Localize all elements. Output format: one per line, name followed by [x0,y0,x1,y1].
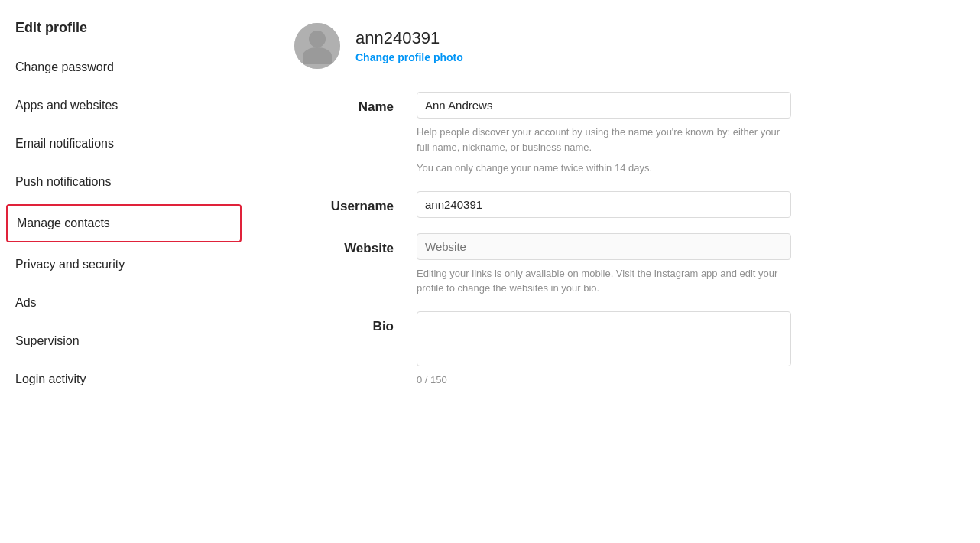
bio-label: Bio [294,311,417,334]
name-field-wrapper: Help people discover your account by usi… [417,92,791,176]
sidebar: Edit profile Change password Apps and we… [0,0,248,543]
name-help-text-2: You can only change your name twice with… [417,161,791,176]
website-input[interactable] [417,233,791,260]
profile-header: ann240391 Change profile photo [294,23,934,69]
sidebar-item-edit-profile[interactable]: Edit profile [0,8,248,48]
sidebar-item-ads[interactable]: Ads [0,284,248,322]
bio-field-wrapper: 0 / 150 [417,311,791,385]
sidebar-item-label: Privacy and security [15,258,125,272]
name-input[interactable] [417,92,791,119]
profile-username: ann240391 [355,28,463,48]
sidebar-item-supervision[interactable]: Supervision [0,322,248,360]
avatar-image [294,23,340,69]
main-content: ann240391 Change profile photo Name Help… [248,0,980,543]
avatar [294,23,340,69]
sidebar-item-label: Ads [15,296,37,310]
website-label: Website [294,233,417,256]
sidebar-item-label: Email notifications [15,137,114,151]
sidebar-item-change-password[interactable]: Change password [0,48,248,86]
sidebar-item-label: Manage contacts [17,216,110,230]
sidebar-item-label: Change password [15,60,114,74]
profile-info: ann240391 Change profile photo [355,28,463,63]
sidebar-item-manage-contacts[interactable]: Manage contacts [6,204,242,242]
change-photo-link[interactable]: Change profile photo [355,51,463,63]
sidebar-item-label: Login activity [15,372,86,386]
website-help-text: Editing your links is only available on … [417,266,791,296]
name-help-text-1: Help people discover your account by usi… [417,125,791,154]
username-input[interactable] [417,191,791,218]
sidebar-item-email-notifications[interactable]: Email notifications [0,125,248,163]
name-label: Name [294,92,417,115]
bio-field-row: Bio 0 / 150 [294,311,934,385]
sidebar-item-login-activity[interactable]: Login activity [0,360,248,398]
bio-textarea[interactable] [417,311,791,366]
username-field-row: Username [294,191,934,218]
sidebar-item-apps-and-websites[interactable]: Apps and websites [0,86,248,125]
website-field-wrapper: Editing your links is only available on … [417,233,791,296]
sidebar-item-label: Edit profile [15,20,87,36]
sidebar-item-push-notifications[interactable]: Push notifications [0,163,248,201]
avatar-person-icon [294,23,340,69]
bio-counter: 0 / 150 [417,374,791,385]
sidebar-item-label: Supervision [15,334,80,348]
sidebar-item-privacy-and-security[interactable]: Privacy and security [0,245,248,284]
name-field-row: Name Help people discover your account b… [294,92,934,176]
sidebar-item-label: Apps and websites [15,99,118,112]
website-field-row: Website Editing your links is only avail… [294,233,934,296]
sidebar-item-label: Push notifications [15,175,111,189]
username-field-wrapper [417,191,791,218]
username-label: Username [294,191,417,214]
